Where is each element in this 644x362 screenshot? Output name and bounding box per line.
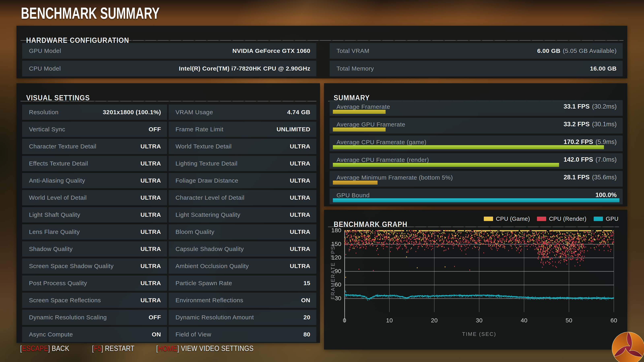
setting-label: Foliage Draw Distance (176, 177, 238, 184)
metric-value: 142.0 FPS(7.0ms) (564, 156, 617, 163)
metric-value-text: 142.0 FPS (564, 156, 593, 163)
setting-value: 20 (304, 314, 310, 321)
setting-row-shadow-quality: Shadow QualityULTRA (22, 241, 167, 257)
setting-label: CPU Model (29, 65, 61, 72)
setting-label: Light Scattering Quality (176, 211, 240, 218)
setting-row-lighting-texture-detail: Lighting Texture DetailULTRA (169, 156, 316, 171)
page-title: BENCHMARK SUMMARY (21, 4, 160, 22)
divider (20, 101, 316, 101)
legend-swatch-cpu-game (484, 217, 493, 221)
setting-row-frame-rate-limit: Frame Rate LimitUNLIMITED (169, 122, 316, 137)
legend-label: CPU (Game) (496, 215, 530, 222)
bracket-open: [ (20, 344, 22, 353)
metric-frametime: (30.2ms) (592, 103, 617, 110)
setting-value-text: 3201x1800 (100.1%) (103, 109, 161, 115)
benchmark-chart-canvas (328, 227, 626, 348)
bracket-close: ] (48, 344, 50, 353)
setting-row-vertical-sync: Vertical SyncOFF (22, 122, 167, 137)
hw-row-total-memory: Total Memory16.00 GB (330, 61, 623, 76)
metric-value: 33.2 FPS(30.1ms) (564, 121, 617, 128)
setting-value-text: UNLIMITED (276, 126, 310, 132)
setting-value: ULTRA (290, 211, 310, 218)
footer-item-restart[interactable]: [F5]RESTART (92, 344, 134, 353)
setting-label: Frame Rate Limit (176, 126, 224, 133)
chart-legend: CPU (Game)CPU (Render)GPU (484, 215, 619, 222)
setting-value-text: ULTRA (140, 246, 161, 252)
metric-value: 170.2 FPS(5.9ms) (564, 138, 617, 146)
setting-row-dynamic-resolution-scaling: Dynamic Resolution ScalingOFF (22, 310, 167, 325)
setting-row-capsule-shadow-quality: Capsule Shadow QualityULTRA (169, 241, 316, 257)
setting-label: Lighting Texture Detail (176, 160, 238, 167)
setting-value: 6.00 GB(5.05 GB Available) (537, 47, 617, 54)
setting-value: OFF (149, 126, 161, 133)
setting-row-particle-spawn-rate: Particle Spawn Rate15 (169, 276, 316, 291)
setting-value: ULTRA (140, 246, 161, 252)
setting-row-ambient-occlusion-quality: Ambient Occlusion QualityULTRA (169, 258, 316, 274)
hw-row-total-vram: Total VRAM6.00 GB(5.05 GB Available) (330, 43, 623, 59)
hardware-configuration-panel: HARDWARE CONFIGURATION GPU ModelNVIDIA G… (16, 26, 627, 78)
setting-value-text: ULTRA (290, 160, 310, 167)
hotkey-action: BACK (52, 344, 69, 353)
setting-row-foliage-draw-distance: Foliage Draw DistanceULTRA (169, 173, 316, 188)
visual-settings-panel: VISUAL SETTINGS Resolution3201x1800 (100… (16, 83, 320, 343)
setting-label: Character Texture Detail (29, 143, 96, 150)
setting-value: ULTRA (140, 177, 161, 184)
metric-label: Average GPU Framerate (336, 121, 405, 128)
setting-label: Ambient Occlusion Quality (176, 263, 249, 270)
metric-value-text: 33.2 FPS (564, 121, 590, 128)
metric-value-text: 28.1 FPS (564, 174, 590, 181)
setting-value-text: 4.74 GB (287, 109, 310, 115)
setting-value-text: ULTRA (140, 177, 161, 184)
hw-row-gpu-model: GPU ModelNVIDIA GeForce GTX 1060 (22, 43, 316, 59)
footer-item-back[interactable]: [ESCAPE]BACK (20, 344, 69, 353)
setting-label: Particle Spawn Rate (176, 280, 232, 287)
setting-row-light-scattering-quality: Light Scattering QualityULTRA (169, 207, 316, 222)
setting-value-text: ULTRA (290, 177, 310, 184)
setting-value: ULTRA (140, 194, 161, 201)
setting-label: Vertical Sync (29, 126, 65, 133)
setting-value: ULTRA (290, 263, 310, 270)
setting-value: 16.00 GB (590, 65, 617, 72)
metric-frametime: (7.0ms) (596, 156, 617, 163)
footer-item-view-video-settings[interactable]: [HOME]VIEW VIDEO SETTINGS (156, 344, 254, 353)
footer-hotkey-bar: [ESCAPE]BACK[F5]RESTART[HOME]VIEW VIDEO … (20, 344, 271, 353)
hw-row-cpu-model: CPU ModelIntel(R) Core(TM) i7-7820HK CPU… (22, 61, 316, 76)
setting-label: Async Compute (29, 331, 73, 338)
setting-label: Environment Reflections (176, 297, 243, 304)
setting-value: ULTRA (140, 280, 161, 287)
setting-value: ULTRA (290, 177, 310, 184)
setting-value-text: ULTRA (140, 211, 161, 218)
legend-item-cpu-game: CPU (Game) (484, 215, 532, 222)
setting-label: Capsule Shadow Quality (176, 246, 244, 252)
setting-value-text: OFF (149, 126, 161, 132)
setting-label: Light Shaft Quality (29, 211, 80, 218)
setting-value-text: ULTRA (290, 194, 310, 201)
setting-row-post-process-quality: Post Process QualityULTRA (22, 276, 167, 291)
setting-value: ULTRA (140, 263, 161, 270)
setting-label: Anti-Aliasing Quality (29, 177, 85, 184)
benchmark-swirl-logo (610, 330, 644, 362)
setting-value: ULTRA (290, 143, 310, 150)
setting-row-vram-usage: VRAM Usage4.74 GB (169, 105, 316, 120)
setting-value-text: ULTRA (140, 228, 161, 235)
metric-bar (333, 163, 559, 167)
setting-value-text: ULTRA (290, 246, 310, 252)
setting-value-text: NVIDIA GeForce GTX 1060 (232, 47, 310, 54)
summary-panel: SUMMARY Average Framerate33.1 FPS(30.2ms… (324, 83, 627, 206)
metric-value-text: 33.1 FPS (564, 103, 590, 110)
metric-label: Average Framerate (336, 103, 390, 110)
setting-row-world-level-of-detail: World Level of DetailULTRA (22, 190, 167, 205)
metric-label: Average CPU Framerate (render) (336, 156, 429, 163)
setting-label: Screen Space Shadow Quality (29, 263, 114, 270)
setting-value: 80 (304, 331, 310, 338)
setting-label: Dynamic Resolution Amount (176, 314, 254, 321)
metric-bar (333, 198, 620, 202)
metric-frametime: (5.9ms) (596, 138, 617, 145)
setting-label: Shadow Quality (29, 246, 73, 252)
setting-value-text: ON (301, 297, 310, 304)
metric-value: 33.1 FPS(30.2ms) (564, 103, 617, 110)
setting-label: Post Process Quality (29, 280, 87, 287)
setting-label: Resolution (29, 109, 58, 116)
metric-bar (333, 181, 378, 185)
metric-label: Average Minimum Framerate (bottom 5%) (336, 174, 453, 181)
